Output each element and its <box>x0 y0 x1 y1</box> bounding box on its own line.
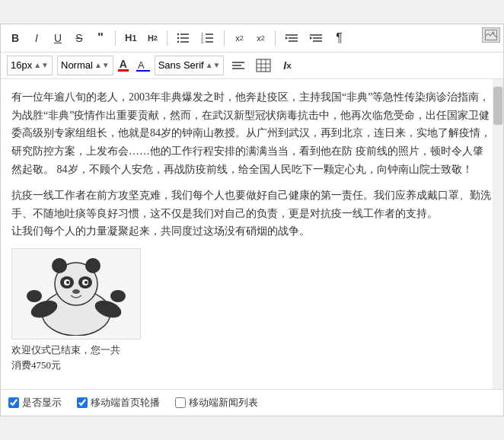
svg-point-37 <box>85 258 100 273</box>
editor-content[interactable]: 有一位年逾八旬的老人，2003年非典爆发之时，他奔赴疫区，主持我国“非典”等急性… <box>1 79 503 389</box>
font-family-value: Sans Serif <box>158 59 204 71</box>
unordered-list-button[interactable] <box>174 29 193 47</box>
paragraph-button[interactable]: ¶ <box>330 29 347 47</box>
panda-image-box: 欢迎仪式已结束，您一共 消费4750元 <box>11 248 141 372</box>
indent-button[interactable] <box>306 29 326 47</box>
table-button[interactable] <box>253 56 274 75</box>
font-family-arrow: ▲▼ <box>206 61 221 69</box>
footer-bar: 是否显示 移动端首页轮播 移动端新闻列表 <box>1 389 503 416</box>
align-button[interactable] <box>228 56 248 75</box>
clear-format-button[interactable]: Ix <box>279 56 295 75</box>
editor-container: B I U S " H1 H2 1.2.3. x2 x2 ¶ 16px ▲▼ <box>0 24 504 416</box>
svg-point-1 <box>493 31 495 33</box>
svg-point-33 <box>27 290 42 302</box>
image-icon[interactable] <box>482 27 500 43</box>
subscript-button[interactable]: x2 <box>231 29 247 47</box>
separator1 <box>115 30 116 46</box>
content-para2: 抗疫一线工作者在前方攻坚克难，我们每个人也要做好自己健康的第一责任。我们应养成戴… <box>11 187 493 241</box>
font-size-value: 16px <box>11 59 32 71</box>
superscript-button[interactable]: x2 <box>252 29 269 47</box>
text-color-button[interactable]: A <box>118 59 129 72</box>
font-size-select[interactable]: 16px ▲▼ <box>7 56 53 75</box>
style-arrow: ▲▼ <box>94 61 110 69</box>
show-display-checkbox[interactable]: 是否显示 <box>8 396 62 410</box>
panda-caption: 欢迎仪式已结束，您一共 消费4750元 <box>11 343 141 372</box>
svg-rect-25 <box>257 59 270 72</box>
svg-point-7 <box>177 41 179 43</box>
svg-point-36 <box>52 258 67 273</box>
underline-button[interactable]: U <box>49 29 66 47</box>
svg-point-44 <box>72 289 80 294</box>
bold-button[interactable]: B <box>7 29 24 47</box>
svg-point-34 <box>110 290 126 302</box>
mobile-carousel-label: 移动端首页轮播 <box>91 396 160 410</box>
caption-line1: 欢迎仪式已结束，您一共 <box>11 344 120 356</box>
svg-point-43 <box>85 281 88 284</box>
strike-button[interactable]: S <box>71 29 88 47</box>
toolbar-row1: B I U S " H1 H2 1.2.3. x2 x2 ¶ <box>1 24 503 53</box>
text-color-a: A <box>120 59 127 69</box>
mobile-carousel-input[interactable] <box>77 397 88 408</box>
font-family-select[interactable]: Sans Serif ▲▼ <box>155 56 225 75</box>
content-para1: 有一位年逾八旬的老人，2003年非典爆发之时，他奔赴疫区，主持我国“非典”等急性… <box>11 88 493 179</box>
separator4 <box>275 30 276 46</box>
svg-text:3.: 3. <box>201 40 204 44</box>
text-color-indicator <box>118 69 129 72</box>
caption-line2: 消费4750元 <box>11 359 61 371</box>
show-display-input[interactable] <box>8 397 19 408</box>
highlight-color-button[interactable]: A <box>136 59 150 72</box>
separator3 <box>224 30 225 46</box>
outdent-button[interactable] <box>282 29 301 47</box>
ordered-list-button[interactable]: 1.2.3. <box>198 29 218 47</box>
mobile-carousel-checkbox[interactable]: 移动端首页轮播 <box>77 396 160 410</box>
mobile-news-input[interactable] <box>175 397 186 408</box>
quote-button[interactable]: " <box>92 29 109 47</box>
font-size-arrow: ▲▼ <box>33 61 49 69</box>
svg-point-6 <box>177 37 179 39</box>
h1-button[interactable]: H1 <box>122 29 139 47</box>
editor-wrapper: 有一位年逾八旬的老人，2003年非典爆发之时，他奔赴疫区，主持我国“非典”等急性… <box>1 79 503 389</box>
toolbar-row2: 16px ▲▼ Normal ▲▼ A A Sans Serif ▲▼ <box>1 53 503 79</box>
svg-point-5 <box>177 33 179 35</box>
scrollbar[interactable] <box>493 79 503 389</box>
style-value: Normal <box>61 59 93 71</box>
mobile-news-label: 移动端新闻列表 <box>189 396 258 410</box>
style-select[interactable]: Normal ▲▼ <box>57 56 113 75</box>
h2-button[interactable]: H2 <box>144 29 161 47</box>
italic-button[interactable]: I <box>28 29 45 47</box>
show-display-label: 是否显示 <box>22 396 62 410</box>
svg-point-42 <box>66 281 69 284</box>
scroll-thumb[interactable] <box>493 87 502 125</box>
separator2 <box>167 30 167 46</box>
svg-text:A: A <box>138 59 145 71</box>
mobile-news-checkbox[interactable]: 移动端新闻列表 <box>175 396 258 410</box>
panda-image <box>11 248 141 340</box>
